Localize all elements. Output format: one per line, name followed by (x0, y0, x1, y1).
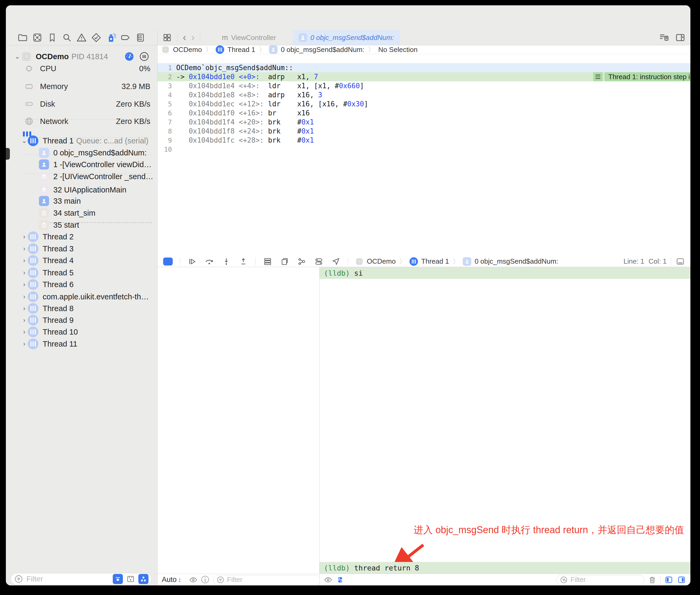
chevron-right-icon[interactable]: › (21, 316, 28, 324)
chevron-right-icon[interactable]: › (21, 328, 28, 336)
frame-row[interactable]: 1 -[ViewController viewDid… (6, 159, 157, 170)
asm-line-current[interactable]: 2-> 0x104bdd1e0 <+0>: adrp x1, 7 Thread … (158, 72, 691, 81)
thread-row[interactable]: › Thread 6 (6, 279, 157, 290)
hide-debug-area-icon[interactable] (675, 257, 685, 266)
pause-threads-icon[interactable] (139, 52, 149, 62)
jump-item-process[interactable]: OCDemo (173, 46, 202, 54)
step-out-icon[interactable] (238, 257, 248, 266)
thread-row-1[interactable]: ⌄ Thread 1 Queue: c...ad (serial) (6, 135, 157, 147)
forward-icon[interactable]: › (191, 33, 195, 42)
disassembly-editor[interactable]: 1OCDemo`objc_msgSend$addNum:: 2-> 0x104b… (158, 54, 691, 256)
add-editor-icon[interactable] (675, 32, 685, 43)
xmark-square-icon[interactable] (32, 32, 43, 43)
environment-overrides-icon[interactable] (314, 257, 324, 266)
tab-viewcontroller[interactable]: m ViewController (205, 30, 293, 45)
asm-line[interactable]: 5 0x104bdd1ec <+12>: ldr x16, [x16, #0x3… (158, 100, 691, 109)
step-over-icon[interactable] (204, 257, 214, 266)
profile-gauge-icon[interactable] (124, 52, 134, 62)
window-edge-handle[interactable] (6, 148, 10, 160)
frame-row[interactable]: 2 -[UIViewController _send… (6, 171, 157, 182)
chevron-right-icon[interactable]: › (21, 233, 28, 240)
chevron-right-icon[interactable]: › (21, 305, 28, 312)
view-frames-icon[interactable] (262, 257, 273, 266)
thread-row[interactable]: › Thread 4 (6, 255, 157, 266)
thread-row[interactable]: › Thread 8 (6, 303, 157, 314)
console-filter-input[interactable] (570, 575, 641, 584)
trash-icon[interactable] (648, 575, 656, 584)
disclosure-chevron-icon[interactable]: ⌄ (14, 53, 21, 60)
view-mode-icon[interactable] (138, 574, 148, 584)
gauge-row-cpu[interactable]: CPU 0% (6, 63, 157, 74)
crumb-process[interactable]: OCDemo (367, 257, 396, 265)
jump-item-frame[interactable]: 0 objc_msgSend$addNum: (281, 46, 364, 54)
bookmark-icon[interactable] (47, 32, 58, 43)
thread-state-badge[interactable]: Thread 1: instruction step into (593, 72, 691, 81)
show-crashed-threads-icon[interactable] (125, 574, 136, 584)
frame-row[interactable]: 33 main (6, 195, 157, 207)
asm-line[interactable]: 6 0x104bdd1f0 <+16>: br x16 (158, 109, 691, 118)
step-into-icon[interactable] (221, 257, 231, 266)
gauge-row-network[interactable]: Network Zero KB/s (6, 115, 157, 127)
thread-row[interactable]: › Thread 5 (6, 267, 157, 279)
console-output-toggle-icon[interactable] (336, 576, 344, 584)
simulate-location-icon[interactable] (331, 257, 341, 266)
frame-row[interactable]: 35 start (6, 219, 157, 231)
show-console-pane-icon[interactable] (677, 575, 686, 584)
disclosure-chevron-icon[interactable]: ⌄ (21, 137, 28, 144)
search-icon[interactable] (61, 32, 73, 43)
asm-line[interactable]: 7 0x104bdd1f4 <+20>: brk #0x1 (158, 118, 691, 126)
scope-selector[interactable]: Auto↕ (162, 575, 181, 584)
asm-line[interactable]: 10 (158, 145, 691, 154)
thread-row[interactable]: › Thread 3 (6, 243, 157, 255)
spray-debug-icon[interactable] (106, 32, 117, 43)
variables-filter-input[interactable] (227, 575, 317, 584)
crumb-frame[interactable]: 0 objc_msgSend$addNum: (475, 257, 558, 265)
warning-icon[interactable] (76, 32, 87, 43)
thread-row[interactable]: › Thread 11 (6, 338, 157, 350)
frame-row[interactable]: 34 start_sim (6, 207, 157, 219)
chevron-right-icon[interactable]: › (21, 340, 28, 348)
continue-icon[interactable] (187, 257, 197, 266)
chevron-right-icon[interactable]: › (21, 293, 28, 301)
crumb-thread[interactable]: Thread 1 (421, 257, 449, 265)
chevron-right-icon[interactable]: › (21, 281, 28, 288)
thread-row[interactable]: › com.apple.uikit.eventfetch-th… (6, 291, 157, 303)
asm-line[interactable]: 9 0x104bdd1fc <+28>: brk #0x1 (158, 136, 691, 145)
gauge-row-memory[interactable]: Memory 32.9 MB (6, 81, 157, 92)
folder-icon[interactable] (17, 32, 28, 43)
chevron-right-icon[interactable]: › (21, 245, 28, 252)
variables-view[interactable]: Auto↕ ⓘ (158, 267, 319, 586)
chevron-right-icon[interactable]: › (21, 257, 28, 264)
asm-line[interactable]: 8 0x104bdd1f8 <+24>: brk #0x1 (158, 126, 691, 136)
thread-row[interactable]: › Thread 10 (6, 326, 157, 338)
process-row[interactable]: ⌄ OCDemo PID 41814 (6, 51, 157, 62)
navigator-filter-input[interactable] (26, 574, 113, 584)
lldb-console[interactable]: (lldb) si 进入 objc_msgSend 时执行 thread ret… (319, 267, 691, 586)
jump-item-selection[interactable]: No Selection (378, 46, 417, 54)
report-list-icon[interactable] (135, 32, 146, 43)
breakpoint-icon[interactable] (120, 32, 132, 43)
breakpoints-toggle-icon[interactable] (163, 257, 173, 266)
frame-row[interactable]: 0 objc_msgSend$addNum: (6, 147, 157, 159)
thread-row[interactable]: › Thread 2 (6, 231, 157, 243)
flatten-stack-icon[interactable] (113, 574, 123, 584)
asm-line[interactable]: 4 0x104bdd1e8 <+8>: adrp x16, 3 (158, 90, 691, 100)
show-variables-pane-icon[interactable] (664, 575, 673, 584)
tab-objc-msgsend[interactable]: 0 objc_msgSend$addNum: (293, 30, 399, 45)
thread-row[interactable]: › Thread 9 (6, 314, 157, 326)
chevron-right-icon[interactable]: › (21, 269, 28, 277)
editor-options-icon[interactable] (659, 32, 669, 43)
asm-line[interactable]: 3 0x104bdd1e4 <+4>: ldr x1, [x1, #0x660] (158, 81, 691, 90)
back-icon[interactable]: ‹ (183, 33, 186, 42)
memory-graph-icon[interactable] (297, 257, 307, 266)
info-icon[interactable]: ⓘ (201, 576, 209, 584)
jump-item-thread[interactable]: Thread 1 (227, 46, 255, 54)
frame-row[interactable]: 32 UIApplicationMain (6, 184, 157, 196)
asm-line[interactable]: 1OCDemo`objc_msgSend$addNum:: (158, 63, 691, 72)
view-hierarchy-icon[interactable] (280, 257, 290, 266)
gauge-row-disk[interactable]: Disk Zero KB/s (6, 98, 157, 110)
eye-icon[interactable] (189, 575, 198, 584)
eye-icon[interactable] (324, 575, 332, 584)
related-items-icon[interactable] (162, 33, 172, 42)
diamond-check-icon[interactable] (91, 32, 102, 43)
